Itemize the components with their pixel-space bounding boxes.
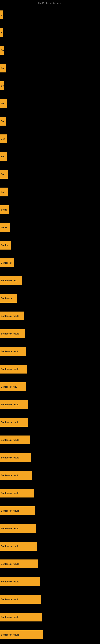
bar-label-29: Bottleneck result [1,510,19,512]
bar-row: Bottle [0,218,100,236]
bar-label-22: Bottleneck resu [1,386,17,388]
bar-item-8: Bott [0,134,7,143]
bar-row: Bott [0,166,100,183]
bar-item-16: Bottleneck resu [0,276,22,285]
bar-row: Bottleneck result [0,307,100,325]
bar-label-9: Bott [1,155,5,158]
bar-label-8: Bott [1,138,5,140]
bar-label-1: B [1,14,2,16]
bar-row: Bottleneck result [0,413,100,431]
bar-row: Bottleneck r [0,290,100,307]
bar-item-28: Bottleneck result [0,489,34,498]
bar-item-26: Bottleneck result [0,453,31,462]
bar-row: Bot [0,59,100,77]
bar-label-27: Bottleneck result [1,474,19,476]
bar-item-36: Bottleneck result [0,630,43,639]
bar-label-6: Bott [1,102,5,105]
bar-row: Bottleneck resu [0,272,100,290]
bar-item-34: Bottleneck result [0,595,41,604]
bar-row: Bott [0,94,100,112]
bar-row: Bottleneck resu [0,378,100,396]
bar-label-24: Bottleneck result [1,421,19,424]
bar-item-22: Bottleneck resu [0,382,26,391]
bar-label-33: Bottleneck result [1,580,19,583]
bar-label-16: Bottleneck resu [1,279,17,282]
bar-label-7: Bot [1,120,4,122]
bar-row: Bott [0,130,100,148]
bar-label-18: Bottleneck result [1,315,19,317]
bar-label-14: Bottlen [1,244,8,246]
bar-row: Bottleneck result [0,484,100,502]
bar-item-18: Bottleneck result [0,312,24,320]
bar-label-12: Bottle [1,208,7,211]
bar-row: Bottleneck result [0,325,100,342]
bar-item-6: Bott [0,99,7,108]
bar-row: Bo [0,77,100,94]
bar-item-9: Bott [0,152,7,161]
bar-label-23: Bottleneck result [1,403,19,406]
bar-row: Bottleneck result [0,466,100,484]
bar-label-10: Bott [1,173,5,176]
bar-row: B [0,24,100,42]
bar-row: Bottleneck result [0,573,100,590]
bar-item-21: Bottleneck result [0,365,27,374]
bar-label-35: Bottleneck result [1,616,19,618]
bar-label-13: Bottle [1,226,7,228]
bar-row: Bottleneck result [0,396,100,413]
bar-item-7: Bot [0,117,6,126]
bar-item-32: Bottleneck result [0,560,38,568]
bar-row: Bottleneck [0,254,100,272]
bar-item-13: Bottle [0,223,10,232]
bar-item-4: Bot [0,64,6,72]
bar-item-29: Bottleneck result [0,506,35,515]
bar-row: Bott [0,183,100,201]
bar-label-3: Bo [1,49,4,52]
bar-row: Bottleneck result [0,449,100,466]
bar-label-15: Bottleneck [1,262,12,264]
bar-item-31: Bottleneck result [0,542,37,550]
bar-label-32: Bottleneck result [1,563,19,565]
bar-item-10: Bott [0,170,8,179]
bar-label-26: Bottleneck result [1,456,19,459]
bar-label-34: Bottleneck result [1,598,19,600]
bar-row: Bot [0,112,100,130]
bar-label-31: Bottleneck result [1,545,19,548]
bar-label-2: B [1,32,2,34]
bar-label-19: Bottleneck result [1,332,19,335]
bar-item-3: Bo [0,46,4,55]
bar-label-30: Bottleneck result [1,527,19,530]
bar-label-11: Bott [1,191,5,193]
bar-item-33: Bottleneck result [0,577,40,586]
bar-item-17: Bottleneck r [0,294,17,303]
bars-container: BBBoBotBoBottBotBottBottBottBottBottleBo… [0,6,100,644]
bar-row: Bottleneck result [0,537,100,555]
bar-item-5: Bo [0,81,4,90]
bar-label-4: Bot [1,67,4,69]
bar-item-14: Bottlen [0,241,11,250]
bar-label-28: Bottleneck result [1,492,19,494]
bar-row: Bottle [0,201,100,218]
bar-item-35: Bottleneck result [0,612,42,622]
bar-row: Bott [0,148,100,166]
bar-row: Bottleneck result [0,360,100,378]
bar-item-15: Bottleneck [0,258,14,267]
bar-row: Bottleneck result [0,608,100,626]
bar-row: Bottleneck result [0,431,100,449]
bar-row: Bottleneck result [0,342,100,360]
bar-row: Bo [0,42,100,59]
bar-item-2: B [0,28,3,37]
bar-label-5: Bo [1,84,4,87]
bar-row: Bottlen [0,236,100,254]
bar-item-12: Bottle [0,205,9,214]
bar-item-30: Bottleneck result [0,524,36,533]
bar-item-19: Bottleneck result [0,329,25,338]
bar-row: Bottleneck result [0,626,100,644]
bar-item-1: B [0,10,3,19]
bar-row: Bottleneck result [0,590,100,608]
bar-row: Bottleneck result [0,555,100,573]
bar-label-17: Bottleneck r [1,297,14,300]
bar-item-25: Bottleneck result [0,436,30,444]
bar-label-36: Bottleneck result [1,634,19,636]
bar-label-25: Bottleneck result [1,439,19,441]
bar-item-24: Bottleneck result [0,418,28,427]
